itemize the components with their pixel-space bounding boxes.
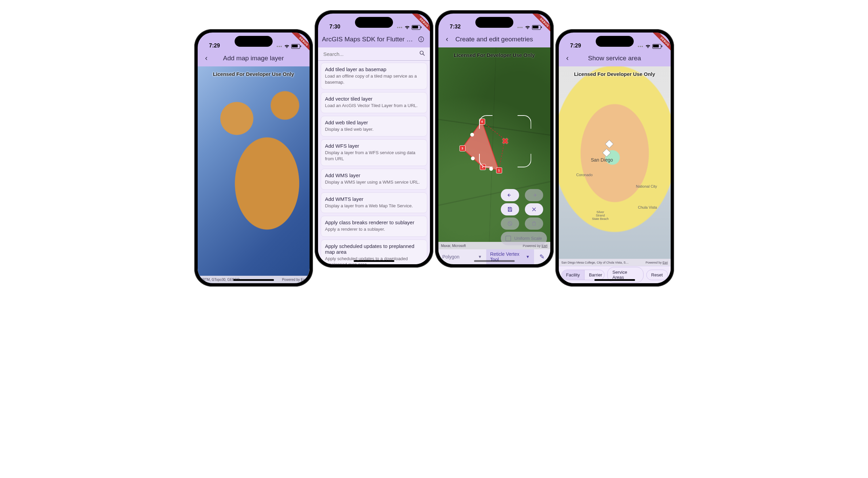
- midpoint-marker[interactable]: [471, 157, 475, 160]
- dynamic-island: [475, 17, 513, 28]
- search-icon[interactable]: [419, 50, 425, 58]
- sample-list-item[interactable]: Add WMS layerDisplay a WMS layer using a…: [321, 169, 427, 190]
- cellular-icon: [397, 25, 403, 30]
- vertex-marker[interactable]: 1: [496, 167, 502, 173]
- mode-segmented-control: Facility Barrier: [561, 270, 605, 280]
- sample-list-item[interactable]: Apply class breaks renderer to sublayerA…: [321, 216, 427, 237]
- reset-button[interactable]: Reset: [646, 270, 668, 280]
- save-button[interactable]: [501, 203, 519, 215]
- svg-line-9: [509, 222, 511, 225]
- tool-dropdown[interactable]: Reticle Vertex Tool▼: [486, 249, 534, 264]
- facility-mode-button[interactable]: Facility: [562, 270, 584, 280]
- redo-button[interactable]: [525, 189, 543, 201]
- app-bar: ‹ Create and edit geometries: [438, 31, 550, 47]
- chevron-down-icon: ▼: [478, 254, 482, 259]
- app-bar: ‹ Add map image layer: [198, 50, 310, 66]
- city-label: Chula Vista: [638, 205, 657, 209]
- uniform-scale-toggle[interactable]: Uniform Scale: [501, 232, 547, 245]
- sample-title: Add vector tiled layer: [325, 96, 423, 102]
- battery-icon: [532, 25, 541, 30]
- license-watermark: Licensed For Developer Use Only: [559, 71, 671, 77]
- back-button[interactable]: ‹: [202, 54, 211, 63]
- sample-subtitle: Load an ArcGIS Vector Tiled Layer from a…: [325, 103, 423, 109]
- chevron-down-icon: ▼: [526, 254, 530, 259]
- sample-subtitle: Display a WMS layer using a WMS service …: [325, 179, 423, 185]
- sample-title: Add WFS layer: [325, 143, 423, 149]
- app-bar-title: Add map image layer: [214, 55, 293, 62]
- uniform-scale-label: Uniform Scale: [514, 236, 542, 241]
- wifi-icon: [284, 44, 290, 48]
- home-indicator[interactable]: [354, 260, 394, 262]
- status-time: 7:29: [209, 43, 220, 49]
- sample-list-item[interactable]: Add vector tiled layerLoad an ArcGIS Vec…: [321, 92, 427, 113]
- status-time: 7:32: [450, 24, 461, 30]
- city-label: National City: [636, 184, 657, 188]
- sample-title: Add tiled layer as basemap: [325, 66, 423, 72]
- sample-subtitle: Display a layer from a Web Map Tile Serv…: [325, 203, 423, 209]
- midpoint-marker[interactable]: [470, 133, 474, 137]
- wifi-icon: [645, 44, 651, 48]
- checkbox-icon: [506, 236, 511, 241]
- home-indicator[interactable]: [233, 279, 274, 281]
- phone-sample-list: DEBUG 7:30 ArcGIS Maps SDK for Flutter S…: [315, 10, 433, 268]
- dynamic-island: [355, 17, 393, 28]
- dynamic-island: [596, 36, 634, 47]
- svg-rect-2: [421, 39, 421, 41]
- home-indicator[interactable]: [594, 279, 635, 281]
- attribution-powered-by: Powered by Esri: [282, 278, 307, 282]
- edit-button[interactable]: ✎: [534, 249, 550, 264]
- info-button[interactable]: [416, 36, 426, 42]
- midpoint-marker[interactable]: [489, 167, 493, 171]
- battery-icon: [291, 44, 300, 49]
- city-label: Coronado: [576, 173, 593, 177]
- editor-bottom-bar: Polygon▼ Reticle Vertex Tool▼ ✎: [438, 249, 550, 264]
- phone-geometry-editor: DEBUG 7:32 ‹ Create and edit geometries …: [435, 10, 554, 268]
- sample-list-item[interactable]: Add WFS layerDisplay a layer from a WFS …: [321, 139, 427, 166]
- sample-list-item[interactable]: Add web tiled layerDisplay a tiled web l…: [321, 116, 427, 137]
- wifi-icon: [525, 25, 530, 29]
- wifi-icon: [405, 25, 410, 29]
- home-indicator[interactable]: [474, 260, 515, 262]
- cellular-icon: [277, 44, 282, 49]
- map-labels: San Diego Coronado National City Chula V…: [559, 66, 671, 283]
- sample-list[interactable]: Add tiled layer as basemapLoad an offlin…: [318, 61, 430, 264]
- app-bar-title: Show service area: [575, 55, 654, 62]
- svg-point-1: [421, 38, 421, 39]
- delete-button[interactable]: [525, 217, 543, 230]
- city-label: San Diego: [591, 157, 613, 163]
- back-button[interactable]: ‹: [442, 35, 452, 44]
- geometry-type-dropdown[interactable]: Polygon▼: [438, 249, 486, 264]
- search-input[interactable]: [323, 51, 416, 57]
- sample-list-item[interactable]: Add tiled layer as basemapLoad an offlin…: [321, 63, 427, 89]
- license-watermark: Licensed For Developer Use Only: [198, 71, 310, 77]
- status-time: 7:30: [330, 24, 340, 30]
- discard-button[interactable]: [501, 217, 519, 230]
- app-bar: ‹ Show service area: [559, 50, 671, 66]
- search-bar: [318, 47, 430, 61]
- app-bar: ArcGIS Maps SDK for Flutter Sam…: [318, 31, 430, 47]
- undo-button[interactable]: [501, 189, 519, 201]
- app-bar-title: Create and edit geometries: [455, 36, 534, 43]
- back-button[interactable]: ‹: [563, 54, 572, 63]
- cellular-icon: [638, 44, 644, 49]
- cancel-button[interactable]: [525, 203, 543, 215]
- app-bar-title: ArcGIS Maps SDK for Flutter Sam…: [322, 36, 414, 43]
- phone-add-map-image-layer: DEBUG 7:29 ‹ Add map image layer License…: [194, 29, 313, 287]
- vertex-marker[interactable]: 3: [459, 145, 466, 151]
- barrier-mode-button[interactable]: Barrier: [584, 270, 605, 280]
- sample-title: Apply scheduled updates to preplanned ma…: [325, 243, 423, 255]
- attribution-sources: Maxar, Microsoft: [441, 244, 466, 248]
- svg-line-4: [423, 54, 425, 56]
- sample-subtitle: Display a tiled web layer.: [325, 126, 423, 132]
- sample-subtitle: Display a layer from a WFS service using…: [325, 150, 423, 162]
- phone-service-area: DEBUG 7:29 ‹ Show service area Licensed …: [555, 29, 674, 287]
- map-view[interactable]: [198, 66, 310, 283]
- sample-title: Apply class breaks renderer to sublayer: [325, 220, 423, 225]
- dynamic-island: [235, 36, 273, 47]
- attribution-powered-by: Powered by Esri: [646, 261, 668, 264]
- battery-icon: [412, 25, 420, 30]
- sample-list-item[interactable]: Add WMTS layerDisplay a layer from a Web…: [321, 192, 427, 213]
- cellular-icon: [517, 25, 523, 30]
- reticle-crosshair: [479, 115, 531, 167]
- sample-title: Add WMTS layer: [325, 196, 423, 202]
